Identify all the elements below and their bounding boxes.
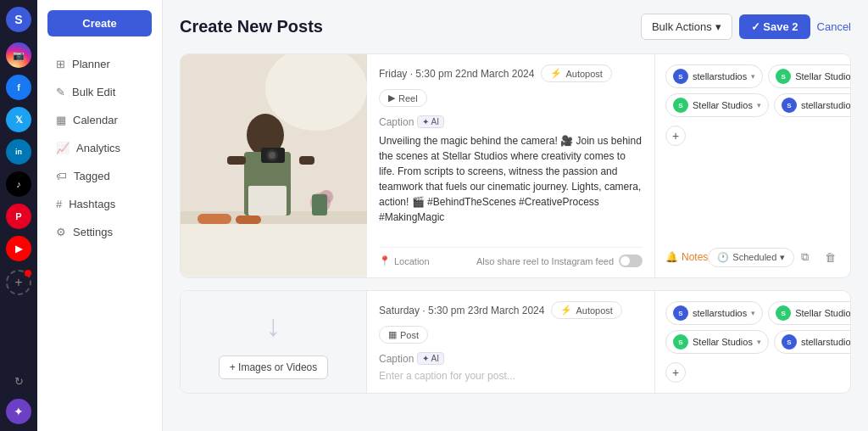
svg-rect-9 xyxy=(227,156,246,165)
notes-button-1[interactable]: 🔔 Notes xyxy=(665,251,708,263)
account-avatar-2b: S xyxy=(776,305,791,321)
account-chip-stellar-studios-1[interactable]: S Stellar Studios ▾ xyxy=(768,64,851,88)
svg-rect-2 xyxy=(181,220,367,275)
bulk-edit-icon: ✎ xyxy=(56,86,65,98)
delete-button-1[interactable]: 🗑 xyxy=(820,247,840,267)
account-name-2b: Stellar Studios xyxy=(795,308,851,318)
cancel-button[interactable]: Cancel xyxy=(817,20,851,33)
svg-rect-15 xyxy=(236,216,261,224)
tagged-icon: 🏷 xyxy=(56,170,67,182)
planner-icon: ⊞ xyxy=(56,58,65,70)
add-media-button-2[interactable]: + Images or Videos xyxy=(219,355,329,379)
post-caption-placeholder-2[interactable]: Enter a caption for your post... xyxy=(379,370,643,382)
account-name-1b: Stellar Studios xyxy=(795,71,851,81)
account-chip-stellarstudios-2d[interactable]: S stellarstudios ▾ xyxy=(774,330,851,354)
account-row-2a: S stellarstudios ▾ S Stellar Studios ▾ xyxy=(665,301,840,325)
sidebar-item-planner[interactable]: ⊞ Planner xyxy=(42,51,157,77)
social-account-tiktok[interactable]: ♪ xyxy=(6,171,31,197)
copy-button-1[interactable]: ⧉ xyxy=(794,247,815,267)
social-account-twitter[interactable]: 𝕏 xyxy=(6,107,31,132)
sidebar-item-analytics[interactable]: 📈 Analytics xyxy=(42,135,157,161)
account-name-1a: stellarstudios xyxy=(693,71,747,81)
refresh-icon[interactable]: ↻ xyxy=(6,368,31,394)
post-meta-1: Friday · 5:30 pm 22nd March 2024 ⚡ Autop… xyxy=(379,64,643,107)
create-button[interactable]: Create xyxy=(47,10,152,36)
format-tag-2[interactable]: ▦ Post xyxy=(379,326,428,344)
add-account-button-1[interactable]: + xyxy=(665,126,686,146)
sidebar-item-tagged[interactable]: 🏷 Tagged xyxy=(42,163,157,189)
clock-icon-1: 🕐 xyxy=(717,252,729,263)
autopost-icon-1: ⚡ xyxy=(550,68,562,79)
account-name-2d: stellarstudios xyxy=(801,337,851,347)
account-name-1d: stellarstudios xyxy=(801,100,851,110)
svg-point-8 xyxy=(269,152,275,159)
post-actions-1: 🔔 Notes 🕐 Scheduled ▾ ⧉ 🗑 xyxy=(665,240,840,267)
sidebar-item-settings-label: Settings xyxy=(73,226,113,238)
post-date-2: Saturday · 5:30 pm 23rd March 2024 xyxy=(379,305,544,316)
account-chevron-2a: ▾ xyxy=(751,309,755,317)
instagram-share-toggle-1: Also share reel to Instagram feed xyxy=(476,255,643,267)
add-account-button-2[interactable]: + xyxy=(665,362,686,383)
action-icons-1: ⧉ 🗑 xyxy=(794,247,840,267)
post-caption-1[interactable]: Unveiling the magic behind the camera! 🎥… xyxy=(379,133,643,225)
add-social-account-button[interactable]: + xyxy=(6,270,31,295)
post-content-1: Friday · 5:30 pm 22nd March 2024 ⚡ Autop… xyxy=(367,54,655,277)
svg-rect-10 xyxy=(299,156,314,165)
social-account-instagram[interactable]: 📷 xyxy=(6,42,31,68)
account-avatar-2a: S xyxy=(673,305,688,321)
instagram-share-toggle-switch-1[interactable] xyxy=(619,255,643,267)
account-avatar-1d: S xyxy=(782,98,797,113)
svg-rect-16 xyxy=(312,194,327,216)
social-account-youtube[interactable]: ▶ xyxy=(6,236,31,261)
header-actions: Bulk Actions ▾ ✓ Save 2 Cancel xyxy=(641,14,851,40)
notes-icon-1: 🔔 xyxy=(665,251,678,263)
sidebar-item-bulk-edit[interactable]: ✎ Bulk Edit xyxy=(42,79,157,105)
social-account-pinterest[interactable]: P xyxy=(6,204,31,229)
autopost-tag-1[interactable]: ⚡ Autopost xyxy=(541,64,611,82)
account-row-1b: S Stellar Studios ▾ S stellarstudios ▾ xyxy=(665,93,840,117)
location-tag-1[interactable]: 📍 Location xyxy=(379,255,430,266)
sidebar-item-tagged-label: Tagged xyxy=(74,170,110,182)
sidebar-item-hashtags[interactable]: # Hashtags xyxy=(42,191,157,217)
account-chip-stellarstudios-1[interactable]: S stellarstudios ▾ xyxy=(665,64,763,88)
bulk-actions-label: Bulk Actions xyxy=(652,20,712,33)
format-tag-1[interactable]: ▶ Reel xyxy=(379,89,427,107)
account-chip-stellar-studios-1c[interactable]: S Stellar Studios ▾ xyxy=(665,93,769,117)
bulk-actions-button[interactable]: Bulk Actions ▾ xyxy=(641,14,732,40)
post-icon-2: ▦ xyxy=(388,329,397,340)
analytics-icon: 📈 xyxy=(56,142,70,154)
save-button[interactable]: ✓ Save 2 xyxy=(739,14,810,39)
svg-rect-11 xyxy=(248,186,287,216)
sidebar-item-settings[interactable]: ⚙ Settings xyxy=(42,219,157,245)
bulk-actions-chevron-icon: ▾ xyxy=(715,20,721,33)
post-sidebar-2: S stellarstudios ▾ S Stellar Studios ▾ S… xyxy=(655,291,850,393)
ai-badge-1[interactable]: ✦ AI xyxy=(417,115,444,128)
account-chip-stellarstudios-1d[interactable]: S stellarstudios ▾ xyxy=(774,93,851,117)
autopost-icon-2: ⚡ xyxy=(560,305,572,316)
sidebar-item-calendar[interactable]: ▦ Calendar xyxy=(42,107,157,133)
page-title: Create New Posts xyxy=(180,17,323,36)
user-avatar[interactable]: S xyxy=(6,7,31,32)
new-indicator xyxy=(25,270,31,277)
account-chip-stellar-studios-2b[interactable]: S Stellar Studios ▾ xyxy=(768,301,851,325)
account-avatar-2c: S xyxy=(673,334,688,350)
post-sidebar-1: S stellarstudios ▾ S Stellar Studios ▾ S… xyxy=(655,54,850,277)
scheduled-button-1[interactable]: 🕐 Scheduled ▾ xyxy=(708,248,794,267)
svg-rect-14 xyxy=(198,214,231,224)
caption-label-2: Caption ✦ AI xyxy=(379,352,643,365)
social-account-linkedin[interactable]: in xyxy=(6,139,31,165)
ai-badge-2[interactable]: ✦ AI xyxy=(417,352,444,365)
post-image-1[interactable] xyxy=(181,54,367,277)
scheduled-chevron-1: ▾ xyxy=(780,252,785,263)
account-name-1c: Stellar Studios xyxy=(693,100,753,110)
plus-action-button[interactable]: ✦ xyxy=(6,399,31,424)
sidebar-item-calendar-label: Calendar xyxy=(73,114,118,126)
post-image-placeholder-2[interactable]: ↓ + Images or Videos xyxy=(181,291,367,393)
autopost-tag-2[interactable]: ⚡ Autopost xyxy=(551,301,621,319)
account-chip-stellarstudios-2a[interactable]: S stellarstudios ▾ xyxy=(665,301,763,325)
account-chip-stellar-studios-2c[interactable]: S Stellar Studios ▾ xyxy=(665,330,769,354)
social-sidebar: S 📷 f 𝕏 in ♪ P ▶ + ↻ ✦ xyxy=(0,0,37,431)
social-account-facebook[interactable]: f xyxy=(6,75,31,100)
account-chevron-2c: ▾ xyxy=(757,338,761,346)
post-footer-1: 📍 Location Also share reel to Instagram … xyxy=(379,247,643,267)
